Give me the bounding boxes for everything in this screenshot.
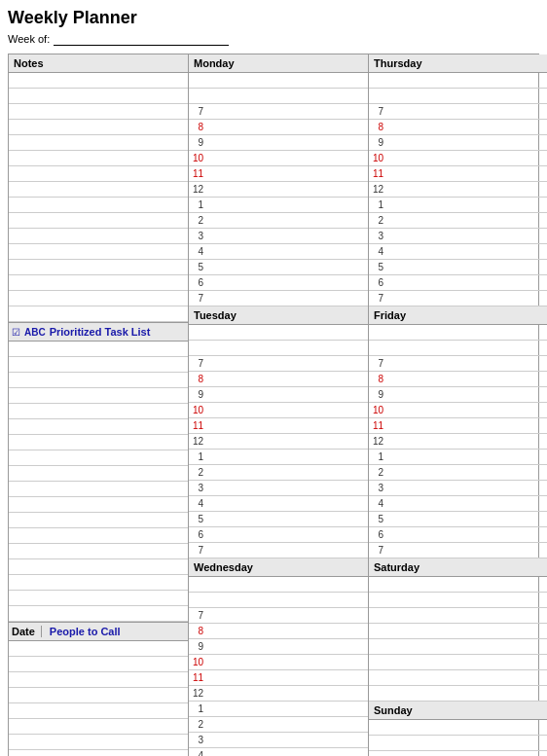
- thursday-time-7[interactable]: 7: [369, 104, 547, 120]
- thursday-time-11[interactable]: 11: [369, 166, 547, 182]
- tuesday-time-7b[interactable]: 7: [189, 543, 368, 558]
- monday-blank[interactable]: [189, 89, 368, 104]
- monday-time-10[interactable]: 10: [189, 151, 368, 166]
- thursday-blank[interactable]: [369, 73, 547, 89]
- note-row[interactable]: [9, 104, 188, 120]
- saturday-blank[interactable]: [369, 608, 547, 624]
- friday-time-7b[interactable]: 7: [369, 543, 547, 558]
- note-row[interactable]: [9, 135, 188, 151]
- note-row[interactable]: [9, 151, 188, 166]
- thursday-time-7b[interactable]: 7: [369, 291, 547, 306]
- task-row[interactable]: [9, 450, 188, 466]
- tuesday-time-6[interactable]: 6: [189, 527, 368, 543]
- note-row[interactable]: [9, 120, 188, 135]
- monday-time-6[interactable]: 6: [189, 275, 368, 291]
- people-row[interactable]: [9, 703, 188, 719]
- friday-time-7[interactable]: 7: [369, 356, 547, 372]
- thursday-time-2[interactable]: 2: [369, 213, 547, 229]
- note-row[interactable]: [9, 275, 188, 291]
- people-row[interactable]: [9, 672, 188, 688]
- note-row[interactable]: [9, 306, 188, 322]
- tuesday-time-8[interactable]: 8: [189, 372, 368, 387]
- tuesday-time-3[interactable]: 3: [189, 481, 368, 496]
- monday-blank[interactable]: [189, 73, 368, 89]
- thursday-blank[interactable]: [369, 89, 547, 104]
- task-row[interactable]: [9, 466, 188, 482]
- sunday-blank[interactable]: [369, 736, 547, 751]
- thursday-time-12[interactable]: 12: [369, 182, 547, 198]
- friday-time-8[interactable]: 8: [369, 372, 547, 387]
- note-row[interactable]: [9, 182, 188, 198]
- saturday-blank[interactable]: [369, 639, 547, 655]
- tuesday-blank[interactable]: [189, 325, 368, 341]
- people-row[interactable]: [9, 750, 188, 756]
- monday-time-8[interactable]: 8: [189, 120, 368, 135]
- monday-time-2[interactable]: 2: [189, 213, 368, 229]
- friday-time-1[interactable]: 1: [369, 450, 547, 465]
- wednesday-time-8[interactable]: 8: [189, 624, 368, 639]
- wednesday-time-2[interactable]: 2: [189, 717, 368, 733]
- monday-time-7b[interactable]: 7: [189, 291, 368, 306]
- thursday-time-9[interactable]: 9: [369, 135, 547, 151]
- task-row[interactable]: [9, 435, 188, 450]
- friday-blank[interactable]: [369, 325, 547, 341]
- wednesday-time-1[interactable]: 1: [189, 702, 368, 717]
- note-row[interactable]: [9, 229, 188, 244]
- week-of-line[interactable]: [54, 32, 229, 46]
- task-row[interactable]: [9, 373, 188, 388]
- friday-time-2[interactable]: 2: [369, 465, 547, 481]
- saturday-blank[interactable]: [369, 624, 547, 639]
- note-row[interactable]: [9, 291, 188, 306]
- note-row[interactable]: [9, 73, 188, 89]
- thursday-time-10[interactable]: 10: [369, 151, 547, 166]
- wednesday-blank[interactable]: [189, 593, 368, 608]
- friday-blank[interactable]: [369, 341, 547, 356]
- wednesday-time-10[interactable]: 10: [189, 655, 368, 670]
- tuesday-time-9[interactable]: 9: [189, 387, 368, 403]
- tuesday-blank[interactable]: [189, 341, 368, 356]
- saturday-blank[interactable]: [369, 593, 547, 608]
- tuesday-time-7[interactable]: 7: [189, 356, 368, 372]
- friday-time-4[interactable]: 4: [369, 496, 547, 512]
- wednesday-time-11[interactable]: 11: [189, 670, 368, 686]
- friday-time-5[interactable]: 5: [369, 512, 547, 527]
- friday-time-3[interactable]: 3: [369, 481, 547, 496]
- sunday-blank[interactable]: [369, 751, 547, 756]
- task-row[interactable]: [9, 575, 188, 591]
- task-row[interactable]: [9, 606, 188, 622]
- note-row[interactable]: [9, 260, 188, 275]
- note-row[interactable]: [9, 89, 188, 104]
- monday-time-11[interactable]: 11: [189, 166, 368, 182]
- task-row[interactable]: [9, 497, 188, 513]
- tuesday-time-1[interactable]: 1: [189, 450, 368, 465]
- task-row[interactable]: [9, 342, 188, 357]
- people-row[interactable]: [9, 641, 188, 657]
- wednesday-time-12[interactable]: 12: [189, 686, 368, 702]
- task-row[interactable]: [9, 544, 188, 559]
- monday-time-1[interactable]: 1: [189, 198, 368, 213]
- monday-time-9[interactable]: 9: [189, 135, 368, 151]
- people-row[interactable]: [9, 719, 188, 735]
- thursday-time-4[interactable]: 4: [369, 244, 547, 260]
- task-row[interactable]: [9, 482, 188, 497]
- people-row[interactable]: [9, 735, 188, 750]
- task-row[interactable]: [9, 404, 188, 419]
- monday-time-12[interactable]: 12: [189, 182, 368, 198]
- monday-time-5[interactable]: 5: [189, 260, 368, 275]
- thursday-time-1[interactable]: 1: [369, 198, 547, 213]
- task-row[interactable]: [9, 419, 188, 435]
- people-row[interactable]: [9, 657, 188, 672]
- wednesday-time-3[interactable]: 3: [189, 733, 368, 748]
- note-row[interactable]: [9, 213, 188, 229]
- tuesday-time-11[interactable]: 11: [189, 418, 368, 434]
- task-row[interactable]: [9, 388, 188, 404]
- saturday-blank[interactable]: [369, 655, 547, 670]
- monday-time-7[interactable]: 7: [189, 104, 368, 120]
- tuesday-time-10[interactable]: 10: [189, 403, 368, 418]
- friday-time-9[interactable]: 9: [369, 387, 547, 403]
- wednesday-time-4[interactable]: 4: [189, 748, 368, 756]
- tuesday-time-2[interactable]: 2: [189, 465, 368, 481]
- tuesday-time-12[interactable]: 12: [189, 434, 368, 450]
- task-row[interactable]: [9, 357, 188, 373]
- thursday-time-3[interactable]: 3: [369, 229, 547, 244]
